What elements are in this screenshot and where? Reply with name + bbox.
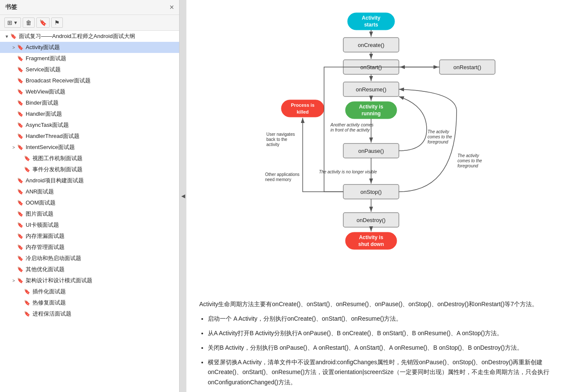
bookmark-icon: 🔖 [17, 178, 24, 184]
bookmark-icon: 🔖 [17, 111, 24, 117]
svg-text:killed: killed [296, 109, 308, 114]
bookmark-icon: 🔖 [17, 222, 24, 228]
main-content[interactable]: Activity starts onCreate() onStart() onR… [186, 0, 581, 392]
tree-item-4[interactable]: 🔖WebView面试题 [0, 86, 179, 97]
tree-item-label: HandlerThread面试题 [26, 132, 176, 140]
tree-item-22[interactable]: 🔖插件化面试题 [0, 286, 179, 297]
tree-item-label: OOM面试题 [26, 199, 176, 207]
tree-item-20[interactable]: 🔖其他优化面试题 [0, 264, 179, 275]
expand-arrow: ▼ [3, 34, 10, 39]
tree-item-label: UI卡顿面试题 [26, 221, 176, 229]
bookmark-icon: 🔖 [24, 289, 31, 295]
tree-item-19[interactable]: 🔖冷启动和热启动面试题 [0, 253, 179, 264]
svg-text:in front of the activity: in front of the activity [330, 128, 370, 132]
bookmark-icon: 🔖 [24, 155, 31, 161]
tree-item-16[interactable]: 🔖UI卡顿面试题 [0, 219, 179, 231]
bookmark-icon: 🔖 [10, 33, 17, 39]
tree-item-8[interactable]: 🔖HandlerThread面试题 [0, 131, 179, 142]
tree-item-14[interactable]: 🔖OOM面试题 [0, 197, 179, 208]
tree-item-label: 插件化面试题 [32, 288, 176, 295]
svg-text:Activity: Activity [362, 15, 380, 21]
svg-text:activity: activity [266, 142, 280, 147]
bookmark-icon: 🔖 [17, 122, 24, 128]
tree-item-label: 其他优化面试题 [26, 266, 176, 273]
tree-item-label: 内存管理面试题 [26, 243, 176, 251]
svg-text:comes to the: comes to the [457, 158, 482, 163]
tree-item-17[interactable]: 🔖内存泄漏面试题 [0, 231, 179, 242]
tree-item-label: 视图工作机制面试题 [32, 155, 176, 162]
svg-text:onPause(): onPause() [358, 148, 384, 154]
svg-text:need memory: need memory [265, 177, 291, 182]
tree-item-5[interactable]: 🔖Binder面试题 [0, 97, 179, 108]
svg-text:The activity: The activity [428, 129, 450, 134]
svg-text:Process is: Process is [291, 102, 314, 108]
sidebar-header: 书签 × [0, 0, 179, 15]
arrow-icon: > [10, 45, 17, 50]
tree-item-1[interactable]: 🔖Fragment面试题 [0, 53, 179, 64]
tree-item-12[interactable]: 🔖Android项目构建面试题 [0, 175, 179, 186]
collapse-handle[interactable]: ◀ [180, 0, 186, 392]
bullet-list: 启动一个 A Activity，分别执行onCreate()、onStart()… [208, 314, 550, 388]
bookmark-icon: 🔖 [17, 100, 24, 106]
tree-container[interactable]: ▼ 🔖 面试复习——Android工程师之Android面试大纲 >🔖Activ… [0, 31, 179, 392]
content-text: Activity生命周期方法主要有onCreate()、onStart()、on… [199, 299, 550, 388]
grid-button[interactable]: ⊞ ▼ [4, 18, 21, 28]
svg-text:running: running [361, 111, 380, 117]
svg-text:Another activity comes: Another activity comes [330, 123, 374, 127]
flag-icon: ⚑ [54, 19, 60, 26]
description-para: Activity生命周期方法主要有onCreate()、onStart()、on… [199, 299, 550, 310]
tree-item-0[interactable]: >🔖Activity面试题 [0, 42, 179, 53]
bookmark-icon: 🔖 [24, 300, 31, 306]
grid-icon: ⊞ [7, 19, 12, 26]
tree-item-2[interactable]: 🔖Service面试题 [0, 64, 179, 75]
svg-text:Other applications: Other applications [265, 172, 300, 177]
bookmark-icon: 🔖 [17, 211, 24, 217]
bookmark-icon: 🔖 [17, 244, 24, 250]
tree-item-24[interactable]: 🔖进程保活面试题 [0, 308, 179, 319]
tree-item-label: Binder面试题 [26, 99, 176, 107]
arrow-icon: > [10, 145, 17, 150]
tree-item-11[interactable]: 🔖事件分发机制面试题 [0, 164, 179, 175]
svg-text:foreground: foreground [457, 164, 478, 168]
diagram-container: Activity starts onCreate() onStart() onR… [199, 9, 568, 290]
tree-item-10[interactable]: 🔖视图工作机制面试题 [0, 153, 179, 164]
tree-item-label: 热修复面试题 [32, 299, 176, 307]
svg-text:Activity is: Activity is [359, 104, 383, 110]
tree-item-23[interactable]: 🔖热修复面试题 [0, 297, 179, 308]
tree-item-label: 事件分发机制面试题 [32, 166, 176, 173]
tree-item-label: ANR面试题 [26, 188, 176, 196]
flag-button[interactable]: ⚑ [51, 18, 63, 28]
bullet-item-2: 从A Activity打开B Activity分别执行A onPause()、B… [208, 328, 550, 339]
tree-item-label: Android项目构建面试题 [26, 177, 176, 184]
tree-item-13[interactable]: 🔖ANR面试题 [0, 186, 179, 197]
bookmark-icon: 🔖 [17, 255, 24, 261]
tree-item-18[interactable]: 🔖内存管理面试题 [0, 242, 179, 253]
tree-item-21[interactable]: >🔖架构设计和设计模式面试题 [0, 275, 179, 286]
bookmark-icon: 🔖 [17, 67, 24, 73]
tree-item-label: Handler面试题 [26, 110, 176, 118]
tree-item-label: 架构设计和设计模式面试题 [26, 277, 176, 284]
bookmark-icon: 🔖 [24, 311, 31, 317]
tree-items-container: >🔖Activity面试题 🔖Fragment面试题 🔖Service面试题 🔖… [0, 42, 179, 319]
svg-text:comes to the: comes to the [428, 135, 452, 139]
add-bookmark-button[interactable]: 🔖 [36, 18, 50, 28]
tree-item-label: Service面试题 [26, 66, 176, 73]
tree-item-label: Activity面试题 [26, 44, 176, 51]
tree-item-7[interactable]: 🔖AsyncTask面试题 [0, 120, 179, 131]
tree-item-9[interactable]: >🔖IntentService面试题 [0, 142, 179, 153]
bookmark-icon: 🔖 [17, 78, 24, 84]
tree-item-15[interactable]: 🔖图片面试题 [0, 208, 179, 219]
bookmark-icon: 🔖 [17, 189, 24, 195]
tree-root-item[interactable]: ▼ 🔖 面试复习——Android工程师之Android面试大纲 [0, 31, 179, 42]
tree-item-6[interactable]: 🔖Handler面试题 [0, 108, 179, 120]
toolbar: ⊞ ▼ 🗑 🔖 ⚑ [0, 15, 179, 31]
tree-item-label: AsyncTask面试题 [26, 121, 176, 129]
bookmark-add-icon: 🔖 [39, 19, 47, 26]
svg-text:foreground: foreground [428, 140, 448, 144]
close-button[interactable]: × [169, 3, 174, 11]
svg-text:shut down: shut down [358, 241, 384, 247]
grid-label: ▼ [13, 20, 18, 25]
bookmark-icon: 🔖 [17, 233, 24, 239]
tree-item-3[interactable]: 🔖Broadcast Receiver面试题 [0, 75, 179, 86]
delete-button[interactable]: 🗑 [23, 18, 35, 28]
